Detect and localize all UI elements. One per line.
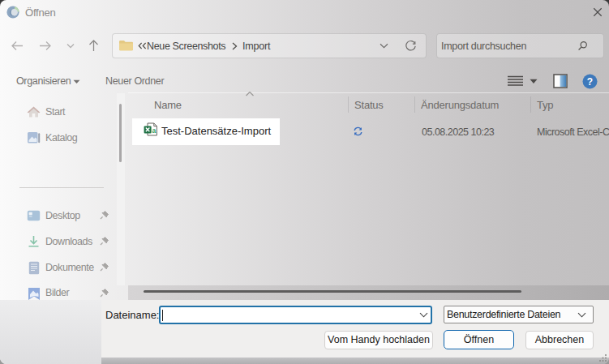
svg-text:?: ? bbox=[587, 76, 593, 88]
svg-text:a: a bbox=[152, 126, 156, 135]
